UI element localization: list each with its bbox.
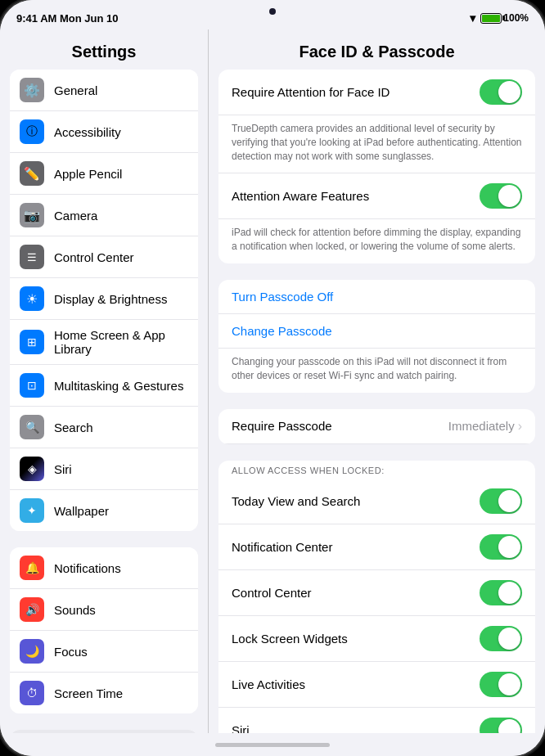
lock-screen-widgets-row: Lock Screen Widgets (218, 616, 535, 662)
focus-icon: 🌙 (20, 639, 44, 664)
wallpaper-label: Wallpaper (54, 504, 188, 518)
control-center-locked-toggle[interactable] (480, 580, 522, 605)
screen-time-icon: ⏱ (20, 681, 44, 705)
home-indicator (0, 733, 545, 756)
sounds-icon: 🔊 (20, 597, 44, 622)
attention-aware-row: Attention Aware Features (218, 173, 535, 219)
lock-screen-widgets-label: Lock Screen Widgets (232, 632, 480, 646)
apple-pencil-icon: ✏️ (20, 161, 44, 186)
siri-icon: ◈ (20, 457, 44, 481)
attention-aware-knob (498, 185, 520, 207)
attention-aware-toggle[interactable] (480, 183, 522, 209)
screen-time-label: Screen Time (54, 686, 188, 700)
status-time: 9:41 AM Mon Jun 10 (16, 12, 119, 25)
sidebar-group-2: 🔔 Notifications 🔊 Sounds 🌙 Focus ⏱ Scree… (10, 547, 198, 713)
apple-pencil-label: Apple Pencil (54, 167, 188, 181)
sounds-label: Sounds (54, 603, 188, 617)
sidebar-item-camera[interactable]: 📷 Camera (10, 195, 198, 236)
turn-passcode-off-link[interactable]: Turn Passcode Off (218, 280, 535, 314)
general-label: General (54, 83, 188, 97)
require-attention-desc: TrueDepth camera provides an additional … (218, 115, 535, 173)
display-brightness-icon: ☀ (20, 286, 44, 311)
multitasking-icon: ⊡ (20, 373, 44, 398)
sidebar-item-multitasking[interactable]: ⊡ Multitasking & Gestures (10, 365, 198, 407)
sidebar-item-focus[interactable]: 🌙 Focus (10, 631, 198, 673)
home-screen-icon: ⊞ (20, 330, 44, 354)
sidebar-item-search[interactable]: 🔍 Search (10, 407, 198, 448)
notifications-icon: 🔔 (20, 556, 44, 580)
wifi-icon: ▾ (470, 11, 475, 25)
sidebar-item-wallpaper[interactable]: ✦ Wallpaper (10, 490, 198, 531)
siri-locked-row: Siri (218, 708, 535, 733)
live-activities-row: Live Activities (218, 662, 535, 708)
today-view-row: Today View and Search (218, 479, 535, 524)
right-panel-title: Face ID & Passcode (209, 29, 545, 70)
lock-screen-widgets-toggle[interactable] (480, 626, 522, 651)
siri-label: Siri (54, 462, 188, 476)
camera-icon: 📷 (20, 203, 44, 227)
battery-icon (480, 13, 502, 24)
sidebar-group-1: ⚙️ General ⓘ Accessibility ✏️ Apple Penc… (10, 70, 198, 531)
display-brightness-label: Display & Brightness (54, 292, 188, 306)
sidebar-item-notifications[interactable]: 🔔 Notifications (10, 547, 198, 589)
siri-locked-toggle[interactable] (480, 718, 522, 733)
search-icon: 🔍 (20, 415, 44, 439)
home-bar (215, 743, 330, 747)
require-attention-label: Require Attention for Face ID (232, 85, 480, 99)
main-content: Settings ⚙️ General ⓘ Accessibility ✏️ A… (0, 29, 545, 733)
search-label: Search (54, 421, 188, 434)
sidebar-item-display-brightness[interactable]: ☀ Display & Brightness (10, 278, 198, 320)
accessibility-label: Accessibility (54, 125, 188, 139)
require-attention-toggle[interactable] (480, 79, 522, 105)
change-passcode-link[interactable]: Change Passcode (218, 314, 535, 349)
general-icon: ⚙️ (20, 78, 44, 102)
require-passcode-group: Require Passcode Immediately › (218, 409, 535, 444)
battery-percent: 100% (503, 12, 529, 24)
multitasking-label: Multitasking & Gestures (54, 379, 188, 393)
sidebar-item-control-center[interactable]: ☰ Control Center (10, 236, 198, 278)
ipad-device: 9:41 AM Mon Jun 10 ▾ 100% Settings ⚙️ Ge… (0, 0, 545, 756)
sidebar-item-siri[interactable]: ◈ Siri (10, 448, 198, 490)
sidebar-item-sounds[interactable]: 🔊 Sounds (10, 589, 198, 631)
battery-indicator: 100% (480, 12, 529, 24)
today-view-toggle[interactable] (480, 488, 522, 514)
sidebar-item-screen-time[interactable]: ⏱ Screen Time (10, 673, 198, 713)
wallpaper-icon: ✦ (20, 498, 44, 523)
sidebar-item-general[interactable]: ⚙️ General (10, 70, 198, 111)
sidebar-group-3: 👤 Face ID & Passcode 🤚 Privacy & Securit… (10, 730, 198, 733)
live-activities-toggle[interactable] (480, 672, 522, 697)
status-bar: 9:41 AM Mon Jun 10 ▾ 100% (0, 0, 545, 29)
sidebar-item-accessibility[interactable]: ⓘ Accessibility (10, 111, 198, 153)
attention-group: Require Attention for Face ID TrueDepth … (218, 70, 535, 263)
require-attention-knob (498, 81, 520, 103)
require-passcode-row[interactable]: Require Passcode Immediately › (218, 409, 535, 444)
live-activities-label: Live Activities (232, 677, 480, 691)
chevron-right-icon: › (518, 419, 522, 434)
control-center-label: Control Center (54, 250, 188, 264)
notification-center-toggle[interactable] (480, 534, 522, 560)
status-right: ▾ 100% (470, 11, 529, 25)
control-center-icon: ☰ (20, 245, 44, 269)
home-screen-label: Home Screen & App Library (54, 328, 188, 356)
focus-label: Focus (54, 645, 188, 659)
right-panel: Face ID & Passcode Require Attention for… (209, 29, 545, 733)
sidebar-item-home-screen[interactable]: ⊞ Home Screen & App Library (10, 320, 198, 365)
sidebar-title: Settings (0, 29, 208, 70)
access-locked-group: ALLOW ACCESS WHEN LOCKED: Today View and… (218, 461, 535, 733)
sidebar-item-apple-pencil[interactable]: ✏️ Apple Pencil (10, 153, 198, 195)
notifications-label: Notifications (54, 561, 188, 575)
attention-aware-label: Attention Aware Features (232, 189, 480, 203)
today-view-label: Today View and Search (232, 494, 480, 508)
passcode-group: Turn Passcode Off Change Passcode Changi… (218, 280, 535, 393)
notification-center-row: Notification Center (218, 524, 535, 570)
battery-fill (482, 15, 500, 22)
require-passcode-value: Immediately › (448, 419, 522, 434)
attention-aware-desc: iPad will check for attention before dim… (218, 219, 535, 263)
sidebar-item-face-id[interactable]: 👤 Face ID & Passcode (10, 730, 198, 733)
siri-locked-label: Siri (232, 723, 480, 733)
notification-center-label: Notification Center (232, 540, 480, 554)
access-locked-header: ALLOW ACCESS WHEN LOCKED: (218, 461, 535, 479)
require-passcode-label: Require Passcode (232, 419, 448, 433)
camera-dot (269, 8, 276, 15)
control-center-locked-label: Control Center (232, 586, 480, 600)
